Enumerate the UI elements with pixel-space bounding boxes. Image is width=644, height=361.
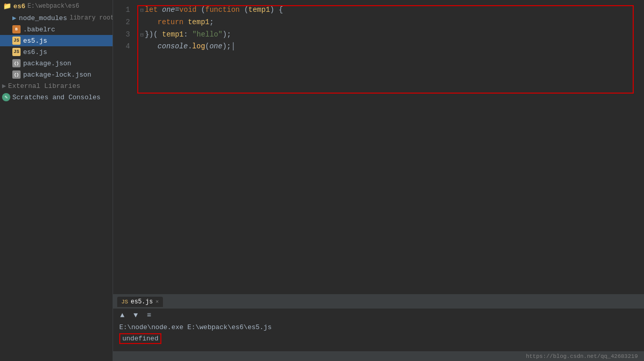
sidebar-item-label: es6.js [23,48,47,56]
scratch-icon: ✎ [2,93,10,101]
babel-file-icon: B [12,25,21,33]
operator-eq: = [175,4,179,16]
bottom-tabs: JS es5.js × [113,295,644,309]
folder-closed-icon: ▶ [12,14,16,22]
scroll-up-button[interactable]: ▲ [117,310,127,320]
status-url: https://blog.csdn.net/qq_42683219 [526,353,638,359]
method-log: log [192,41,205,53]
keyword-let: let [145,4,162,16]
json-file-icon: {} [12,59,21,67]
close-paren-semi: ); [223,29,231,41]
sidebar-item-es6js[interactable]: JS es6.js [0,46,113,58]
sidebar-item-label: Scratches and Consoles [12,94,101,101]
sidebar-item-label: .babelrc [23,26,55,33]
console-result-line: undefined [119,333,638,344]
keyword-void: void [179,4,201,16]
code-line-1: ⊟ let one = void ( function ( temp1 ) { [136,4,644,16]
tab-label: es5.js [131,298,153,305]
down-arrow-icon: ▼ [134,311,138,319]
up-arrow-icon: ▲ [120,311,124,319]
console-output: E:\node\node.exe E:\webpack\es6\es5.js u… [113,321,644,351]
line-number: 3 [113,29,130,41]
sidebar-item-scratches[interactable]: ✎ Scratches and Consoles [0,92,113,103]
line-number: 2 [113,16,130,29]
folder-icon: 📁 [3,2,11,10]
keyword-return: return [158,16,188,29]
var-one: one [162,4,175,16]
var-one-ref: one [209,41,222,53]
fold-icon-2[interactable]: ⊟ [140,30,144,40]
keyword-function: function [205,4,244,16]
indent2 [140,41,158,53]
project-name: es6 [13,3,25,10]
clear-button[interactable]: ≡ [144,310,154,320]
sidebar-item-packagejson[interactable]: {} package.json [0,58,113,69]
sidebar-item-label: package.json [23,60,71,67]
sidebar-item-external-libraries[interactable]: ▶ External Libraries [0,80,113,92]
line-number: 4 [113,41,130,53]
tab-file-icon: JS [121,299,128,305]
code-editor[interactable]: 1 2 3 4 ⊟ let one = void ( [113,0,644,294]
console-result: undefined [119,333,161,344]
code-panel[interactable]: ⊟ let one = void ( function ( temp1 ) { [136,4,644,290]
bottom-panel: JS es5.js × ▲ ▼ ≡ [113,294,644,361]
cursor: │ [231,41,235,53]
var-console: console [158,41,188,53]
param-temp1-call: temp1 [158,29,183,41]
sidebar-item-es5js[interactable]: JS es5.js [0,35,113,46]
folder-closed-icon: ▶ [2,82,6,90]
json-file-icon: {} [12,70,21,79]
project-root[interactable]: 📁 es6 E:\webpack\es6 [0,0,113,12]
colon: : [183,29,192,41]
clear-icon: ≡ [147,311,151,319]
fold-icon[interactable]: ⊟ [140,6,144,15]
semicolon: ; [209,16,213,29]
close-brace: })( [145,29,158,41]
sidebar-item-node-modules[interactable]: ▶ node_modules library root [0,12,113,24]
js-file-icon: JS [12,37,21,45]
code-line-4: console . log ( one ); │ [136,41,644,53]
string-hello: "hello" [192,29,223,41]
project-path: E:\webpack\es6 [27,3,79,10]
main-layout: 📁 es6 E:\webpack\es6 ▶ node_modules libr… [0,0,644,361]
line-numbers: 1 2 3 4 [113,4,136,290]
code-line-3: ⊟ })( temp1 : "hello" ); [136,29,644,41]
sidebar: 📁 es6 E:\webpack\es6 ▶ node_modules libr… [0,0,113,361]
tab-close-button[interactable]: × [155,299,159,305]
sidebar-item-babelrc[interactable]: B .babelrc [0,24,113,35]
code-line-2: return temp1 ; [136,16,644,29]
sidebar-item-packagelockjson[interactable]: {} package-lock.json [0,69,113,80]
param-temp1: temp1 [248,4,270,16]
indent [140,16,158,29]
dot: . [188,41,192,53]
sidebar-item-label: es5.js [23,37,47,45]
editor-area: 1 2 3 4 ⊟ let one = void ( [113,0,644,361]
tab-es5js[interactable]: JS es5.js × [117,297,163,307]
console-command: E:\node\node.exe E:\webpack\es6\es5.js [119,323,638,331]
sidebar-item-label: package-lock.json [23,71,91,79]
paren-open2: ( [244,4,248,16]
line-number: 1 [113,4,130,16]
brace-open: ) { [270,4,283,16]
log-close: ); [223,41,231,53]
console-toolbar: ▲ ▼ ≡ [113,309,644,321]
code-lines: ⊟ let one = void ( function ( temp1 ) { [136,4,644,53]
sidebar-item-label: node_modules [19,14,67,22]
param-temp1-ref: temp1 [188,16,209,29]
scroll-down-button[interactable]: ▼ [131,310,141,320]
status-bar: https://blog.csdn.net/qq_42683219 [113,351,644,361]
bottom-content: ▲ ▼ ≡ E:\node\node.exe E:\webpack\es6\es… [113,309,644,351]
sidebar-item-label: External Libraries [8,82,80,90]
log-paren-open: ( [205,41,209,53]
library-root-label: library root [69,14,113,22]
paren-open: ( [201,4,205,16]
js-file-icon: JS [12,48,21,56]
